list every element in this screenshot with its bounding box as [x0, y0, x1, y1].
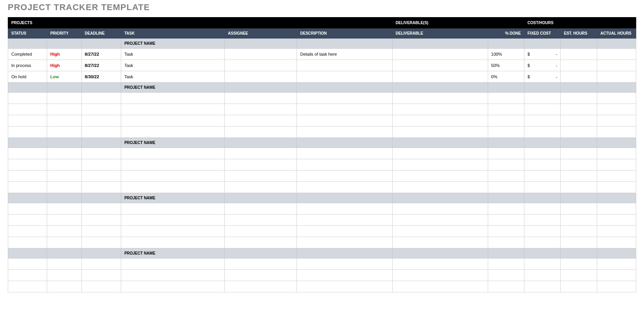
cell-deadline[interactable] [81, 148, 121, 159]
cell-fixed-cost[interactable] [524, 258, 561, 270]
cell-pct-done[interactable]: 0% [488, 71, 524, 83]
cell-pct-done[interactable] [488, 258, 524, 270]
cell-status[interactable] [8, 115, 47, 127]
cell-fixed-cost[interactable] [524, 203, 561, 214]
cell-pct-done[interactable] [488, 226, 524, 237]
cell-est-hours[interactable] [561, 115, 597, 127]
cell-pct-done[interactable] [488, 237, 524, 248]
cell-priority[interactable] [47, 127, 81, 138]
cell-assignee[interactable] [225, 270, 297, 281]
cell-est-hours[interactable] [561, 60, 597, 71]
cell-status[interactable] [8, 270, 47, 281]
cell-description[interactable] [297, 148, 392, 159]
cell-status[interactable] [8, 159, 47, 171]
cell-deliverable[interactable] [392, 258, 488, 270]
cell-deliverable[interactable] [392, 49, 488, 60]
cell-est-hours[interactable] [561, 148, 597, 159]
cell-deliverable[interactable] [392, 226, 488, 237]
cell-priority[interactable] [47, 270, 81, 281]
cell-task[interactable]: Task [121, 60, 225, 71]
cell-task[interactable] [121, 237, 225, 248]
cell-est-hours[interactable] [561, 49, 597, 60]
cell-actual-hours[interactable] [597, 281, 636, 292]
cell-deadline[interactable] [81, 104, 121, 115]
cell-description[interactable] [297, 115, 392, 127]
cell-pct-done[interactable] [488, 214, 524, 226]
cell-deliverable[interactable] [392, 127, 488, 138]
cell-actual-hours[interactable] [597, 93, 636, 104]
cell-deadline[interactable] [81, 159, 121, 171]
cell-assignee[interactable] [225, 226, 297, 237]
cell-assignee[interactable] [225, 171, 297, 182]
cell-deadline[interactable] [81, 214, 121, 226]
cell-priority[interactable]: High [47, 60, 81, 71]
cell-priority[interactable] [47, 281, 81, 292]
cell-deadline[interactable] [81, 237, 121, 248]
cell-task[interactable] [121, 281, 225, 292]
cell-description[interactable] [297, 104, 392, 115]
cell-deadline[interactable] [81, 93, 121, 104]
cell-est-hours[interactable] [561, 71, 597, 83]
cell-status[interactable]: On hold [8, 71, 47, 83]
cell-description[interactable] [297, 203, 392, 214]
cell-fixed-cost[interactable] [524, 270, 561, 281]
cell-actual-hours[interactable] [597, 226, 636, 237]
cell-fixed-cost[interactable] [524, 214, 561, 226]
cell-fixed-cost[interactable] [524, 237, 561, 248]
cell-description[interactable] [297, 159, 392, 171]
cell-assignee[interactable] [225, 159, 297, 171]
cell-fixed-cost[interactable] [524, 159, 561, 171]
cell-actual-hours[interactable] [597, 148, 636, 159]
cell-fixed-cost[interactable] [524, 104, 561, 115]
cell-est-hours[interactable] [561, 182, 597, 193]
cell-deliverable[interactable] [392, 214, 488, 226]
cell-est-hours[interactable] [561, 127, 597, 138]
cell-task[interactable] [121, 203, 225, 214]
cell-description[interactable] [297, 237, 392, 248]
cell-fixed-cost[interactable]: $- [524, 71, 561, 83]
cell-deliverable[interactable] [392, 281, 488, 292]
cell-actual-hours[interactable] [597, 203, 636, 214]
cell-deadline[interactable] [81, 281, 121, 292]
cell-fixed-cost[interactable]: $- [524, 60, 561, 71]
cell-actual-hours[interactable] [597, 237, 636, 248]
cell-assignee[interactable] [225, 71, 297, 83]
cell-pct-done[interactable] [488, 171, 524, 182]
cell-actual-hours[interactable] [597, 115, 636, 127]
cell-deliverable[interactable] [392, 270, 488, 281]
cell-status[interactable] [8, 237, 47, 248]
cell-assignee[interactable] [225, 237, 297, 248]
cell-deliverable[interactable] [392, 71, 488, 83]
cell-deliverable[interactable] [392, 237, 488, 248]
cell-deadline[interactable] [81, 171, 121, 182]
cell-status[interactable] [8, 148, 47, 159]
cell-task[interactable]: Task [121, 71, 225, 83]
cell-pct-done[interactable] [488, 182, 524, 193]
cell-status[interactable]: Completed [8, 49, 47, 60]
cell-assignee[interactable] [225, 203, 297, 214]
cell-assignee[interactable] [225, 281, 297, 292]
cell-priority[interactable]: High [47, 49, 81, 60]
cell-assignee[interactable] [225, 115, 297, 127]
cell-assignee[interactable] [225, 127, 297, 138]
cell-deadline[interactable] [81, 258, 121, 270]
cell-priority[interactable] [47, 258, 81, 270]
cell-status[interactable] [8, 104, 47, 115]
cell-actual-hours[interactable] [597, 270, 636, 281]
cell-pct-done[interactable]: 50% [488, 60, 524, 71]
cell-est-hours[interactable] [561, 203, 597, 214]
cell-deliverable[interactable] [392, 115, 488, 127]
cell-priority[interactable] [47, 93, 81, 104]
cell-task[interactable] [121, 258, 225, 270]
cell-priority[interactable] [47, 148, 81, 159]
cell-pct-done[interactable] [488, 104, 524, 115]
cell-fixed-cost[interactable] [524, 148, 561, 159]
cell-deadline[interactable] [81, 127, 121, 138]
cell-deadline[interactable] [81, 226, 121, 237]
cell-priority[interactable] [47, 182, 81, 193]
cell-est-hours[interactable] [561, 258, 597, 270]
cell-task[interactable] [121, 159, 225, 171]
cell-task[interactable]: Task [121, 49, 225, 60]
cell-description[interactable] [297, 270, 392, 281]
cell-description[interactable] [297, 93, 392, 104]
